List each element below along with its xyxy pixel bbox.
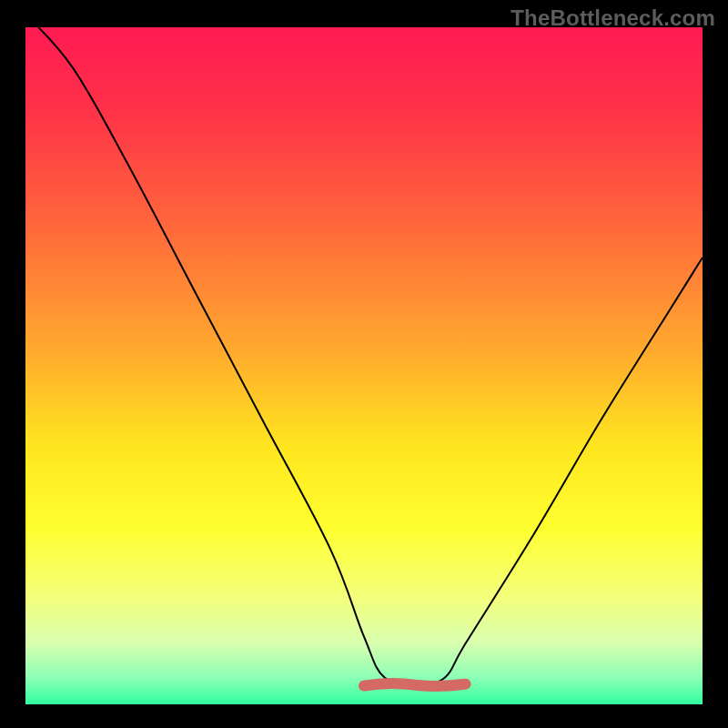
- bottleneck-curve: [25, 27, 703, 684]
- valley-marker: [364, 683, 466, 686]
- chart-frame: TheBottleneck.com: [0, 0, 728, 728]
- curve-layer: [25, 27, 703, 704]
- watermark-text: TheBottleneck.com: [511, 5, 715, 31]
- plot-area: [25, 27, 703, 704]
